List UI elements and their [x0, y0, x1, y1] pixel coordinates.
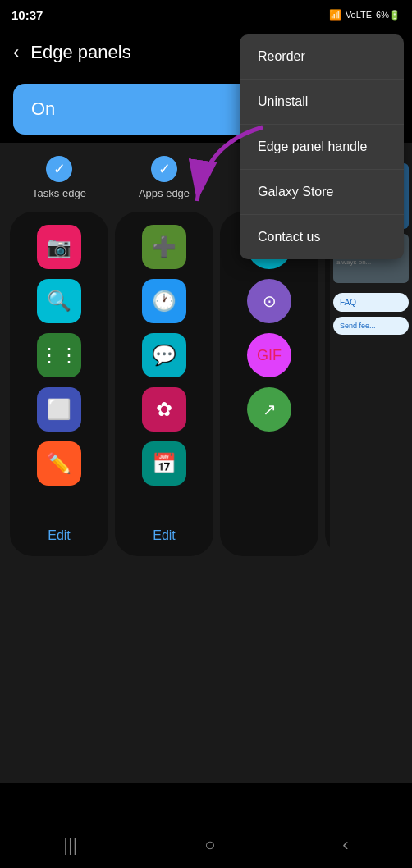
edit-button-1[interactable]: Edit	[48, 520, 71, 543]
apps-label: Apps edge	[139, 187, 190, 199]
dropdown-item-reorder[interactable]: Reorder	[240, 34, 404, 80]
dropdown-item-contact-us[interactable]: Contact us	[240, 215, 404, 259]
app-icon-c2: ⊙	[247, 279, 291, 323]
dropdown-item-galaxy-store[interactable]: Galaxy Store	[240, 170, 404, 215]
wifi-icon: 📶	[329, 9, 341, 21]
on-toggle-label: On	[31, 98, 55, 120]
feedback-btn[interactable]: Send fee...	[333, 317, 405, 335]
apps-check: ✓	[151, 156, 177, 182]
tasks-label: Tasks edge	[32, 187, 86, 199]
app-icon-apps: ⋮⋮	[37, 333, 81, 377]
dropdown-menu: Reorder Uninstall Edge panel handle Gala…	[240, 34, 404, 259]
app-icon-c3: GIF	[247, 333, 291, 377]
app-icon-clock: 🕐	[142, 279, 186, 323]
panel-card-3: ⬚ ⊙ GIF ↗	[220, 212, 318, 556]
app-icon-msg: 💬	[142, 333, 186, 377]
edit-button-2[interactable]: Edit	[153, 520, 176, 543]
app-icon-screen: ⬜	[37, 387, 81, 432]
page-title: Edge panels	[30, 42, 130, 63]
panel-item-tasks[interactable]: ✓ Tasks edge	[10, 156, 108, 200]
app-icon-search: 🔍	[37, 279, 81, 323]
panel-card-apps: ➕ 🕐 💬 ✿ 📅 Edit	[115, 212, 213, 556]
app-icon-camera: 📷	[37, 225, 81, 269]
app-icon-c4: ↗	[247, 387, 291, 432]
faq-label: FAQ	[340, 298, 356, 307]
app-icon-flower: ✿	[142, 387, 186, 432]
dropdown-item-edge-panel-handle[interactable]: Edge panel handle	[240, 125, 404, 170]
dropdown-item-uninstall[interactable]: Uninstall	[240, 80, 404, 125]
nav-back[interactable]: ‹	[342, 834, 348, 856]
signal-icon: VoLTE	[346, 10, 372, 20]
status-time: 10:37	[11, 8, 43, 22]
tasks-check: ✓	[46, 156, 72, 182]
feedback-label: Send fee...	[340, 322, 376, 330]
status-icons: 📶 VoLTE 6%🔋	[329, 9, 401, 21]
panel-card-tasks: 📷 🔍 ⋮⋮ ⬜ ✏️ Edit	[10, 212, 108, 556]
panel-cards: 📷 🔍 ⋮⋮ ⬜ ✏️ Edit ➕ 🕐 💬 ✿ 📅 Edit ⬚ ⊙ GIF …	[7, 212, 405, 556]
nav-home[interactable]: ○	[204, 834, 215, 856]
app-icon-cal: 📅	[142, 441, 186, 486]
back-button[interactable]: ‹	[13, 42, 19, 63]
panel-item-apps[interactable]: ✓ Apps edge	[115, 156, 213, 200]
app-icon-calc: ➕	[142, 225, 186, 269]
faq-btn[interactable]: FAQ	[333, 293, 405, 312]
bottom-nav: ||| ○ ‹	[0, 822, 412, 868]
app-icon-edit: ✏️	[37, 441, 81, 486]
status-bar: 10:37 📶 VoLTE 6%🔋	[0, 0, 412, 30]
nav-recent[interactable]: |||	[63, 834, 77, 856]
battery-icon: 6%🔋	[376, 10, 401, 21]
tips-panel: Tips of toda... Make your w... with the …	[330, 212, 405, 556]
